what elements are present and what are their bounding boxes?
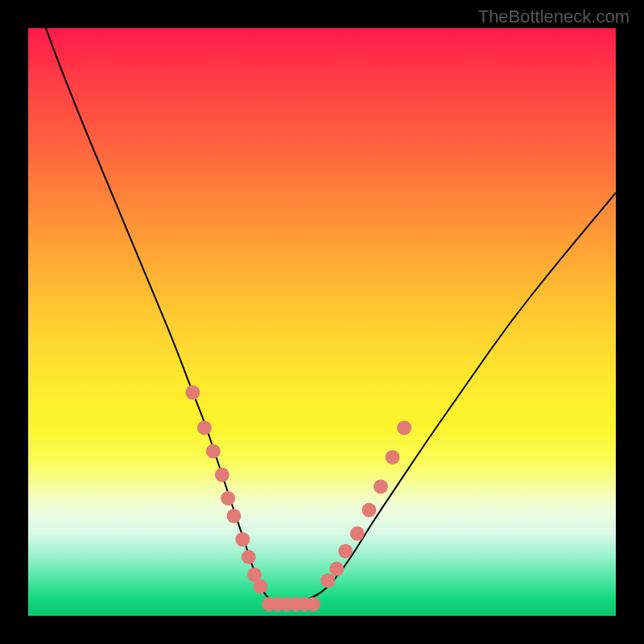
data-point xyxy=(221,491,235,506)
data-point xyxy=(235,532,250,547)
plot-area xyxy=(28,28,616,616)
data-point xyxy=(361,503,376,518)
data-point xyxy=(242,550,256,564)
data-point xyxy=(386,450,400,464)
data-points xyxy=(185,386,411,612)
data-point xyxy=(329,562,344,576)
data-point xyxy=(197,420,212,435)
data-point xyxy=(206,444,221,459)
data-point xyxy=(350,526,365,541)
data-point xyxy=(215,468,229,482)
data-point xyxy=(397,420,411,435)
data-point xyxy=(253,580,267,594)
data-point xyxy=(320,573,335,588)
data-point xyxy=(227,509,242,523)
watermark-text: TheBottleneck.com xyxy=(478,6,630,27)
data-point xyxy=(306,597,320,611)
data-point xyxy=(374,479,388,493)
chart-svg xyxy=(28,28,616,616)
data-point xyxy=(185,386,200,400)
data-point xyxy=(338,544,353,559)
bottleneck-curve xyxy=(46,28,616,604)
